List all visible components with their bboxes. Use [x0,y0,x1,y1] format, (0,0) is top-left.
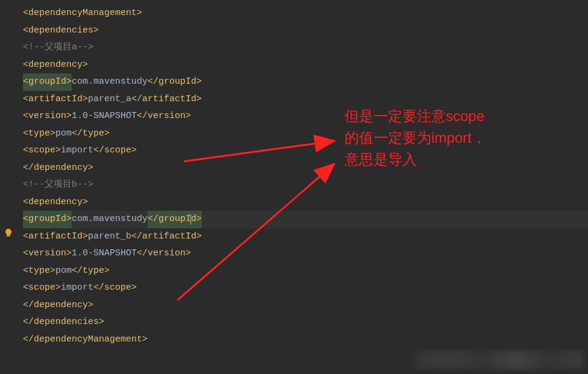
code-line[interactable]: <type>pom</type> [23,125,588,143]
code-line[interactable]: <!--父项目a--> [23,39,588,57]
code-line[interactable]: <artifactId>parent_b</artifactId> [23,228,588,246]
code-line[interactable]: <dependencies> [23,22,588,40]
code-line[interactable]: <dependency> [23,194,588,211]
code-line[interactable]: <groupId>com.mavenstudy</groupId> [23,73,588,91]
code-editor[interactable]: <dependencyManagement> <dependencies> <!… [0,0,588,353]
code-line[interactable]: <dependency> [23,57,588,74]
code-line[interactable]: <scope>import</scope> [23,142,588,160]
code-line[interactable]: </dependency> [23,160,588,177]
code-line[interactable]: <version>1.0-SNAPSHOT</version> [23,108,588,125]
editor-gutter [0,5,18,358]
code-line[interactable]: <!--父项目b--> [23,176,588,194]
watermark-blur [414,351,583,369]
code-line[interactable]: <dependencyManagement> [23,5,588,22]
svg-rect-0 [7,235,10,237]
code-line[interactable]: <version>1.0-SNAPSHOT</version> [23,245,588,263]
code-content[interactable]: <dependencyManagement> <dependencies> <!… [23,5,588,348]
lightbulb-icon[interactable] [4,228,13,237]
code-line[interactable]: </dependencyManagement> [23,331,588,349]
code-line[interactable]: </dependency> [23,297,588,314]
code-line[interactable]: <artifactId>parent_a</artifactId> [23,91,588,108]
code-line-active[interactable]: <groupId>com.mavenstudy</groupId> [23,211,588,228]
code-line[interactable]: </dependencies> [23,314,588,331]
code-line[interactable]: <type>pom</type> [23,263,588,280]
code-line[interactable]: <scope>import</scope> [23,279,588,297]
annotation-text: 但是一定要注意scope 的值一定要为import， 意思是导入 [345,105,486,170]
